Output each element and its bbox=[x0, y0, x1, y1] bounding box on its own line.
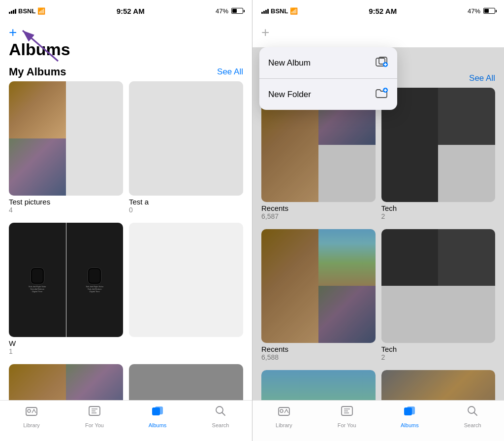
status-left-right: BSNL 📶 bbox=[261, 7, 298, 15]
tab-library-left[interactable]: Library bbox=[14, 405, 49, 428]
tab-label-foryou-right: For You bbox=[338, 422, 356, 428]
new-album-item[interactable]: New Album bbox=[259, 47, 397, 79]
album-thumb-recents-left bbox=[9, 364, 123, 400]
library-icon-right bbox=[278, 405, 290, 421]
svg-point-18 bbox=[280, 409, 283, 412]
tab-search-right[interactable]: Search bbox=[455, 405, 490, 428]
albums-scroll-left[interactable]: Test pictures 4 Test a 0 Sub-dia bbox=[0, 81, 252, 400]
page-title-left: Albums bbox=[9, 40, 243, 59]
wifi-icon: 📶 bbox=[37, 7, 45, 15]
new-folder-label: New Folder bbox=[268, 90, 375, 100]
svg-rect-6 bbox=[155, 407, 163, 414]
album-thumb-test-pictures bbox=[9, 81, 123, 196]
search-icon-left bbox=[214, 405, 227, 421]
add-button-left[interactable]: + bbox=[9, 26, 17, 39]
signal-bar-4 bbox=[15, 9, 16, 14]
time-display: 9:52 AM bbox=[117, 7, 145, 15]
time-display-right: 9:52 AM bbox=[369, 7, 397, 15]
album-thumb-placeholder bbox=[129, 223, 243, 337]
tab-label-library-left: Library bbox=[23, 422, 40, 428]
header-left: + Albums bbox=[0, 22, 252, 61]
foryou-icon-right bbox=[341, 405, 353, 421]
signal-bar-3 bbox=[13, 10, 14, 14]
album-name-test-pictures: Test pictures bbox=[9, 198, 123, 206]
tab-foryou-left[interactable]: For You bbox=[77, 405, 112, 428]
battery-icon bbox=[231, 8, 243, 14]
my-albums-title-left: My Albums bbox=[9, 66, 66, 78]
battery-icon-right bbox=[483, 8, 495, 14]
status-right-right: 47% bbox=[468, 7, 495, 15]
tab-label-search-left: Search bbox=[212, 422, 229, 428]
status-bar-left: BSNL 📶 9:52 AM 47% bbox=[0, 0, 252, 22]
album-thumb-watch: Sub-dial Right SolarSub-dial BottomDigit… bbox=[9, 223, 123, 337]
tab-bar-right: Library For You Albums bbox=[252, 400, 504, 441]
album-count-test-a: 0 bbox=[129, 206, 243, 214]
new-album-label: New Album bbox=[268, 58, 375, 68]
foryou-icon-left bbox=[88, 405, 101, 421]
header-right: + bbox=[252, 22, 504, 42]
tab-label-albums-right: Albums bbox=[401, 422, 419, 428]
album-count-watch: 1 bbox=[9, 347, 123, 355]
carrier-label-right: BSNL bbox=[271, 7, 288, 15]
album-item-tech-left[interactable]: Tech 2 bbox=[129, 364, 243, 400]
svg-rect-21 bbox=[407, 407, 415, 414]
wifi-icon-right: 📶 bbox=[290, 7, 298, 15]
tab-search-left[interactable]: Search bbox=[203, 405, 238, 428]
new-folder-item[interactable]: New Folder bbox=[259, 79, 397, 110]
carrier-label: BSNL bbox=[18, 7, 35, 15]
new-album-icon bbox=[375, 55, 388, 71]
dropdown-menu: New Album New Folder bbox=[259, 47, 397, 110]
status-bar-right: BSNL 📶 9:52 AM 47% bbox=[252, 0, 504, 22]
signal-bars bbox=[9, 8, 16, 14]
tab-foryou-right[interactable]: For You bbox=[330, 405, 364, 428]
signal-bars-right bbox=[261, 8, 269, 14]
status-right: 47% bbox=[216, 7, 243, 15]
tab-bar-left: Library For You Albums bbox=[0, 400, 252, 441]
tab-label-library-right: Library bbox=[276, 422, 292, 428]
status-left: BSNL 📶 bbox=[9, 7, 45, 15]
svg-line-8 bbox=[222, 413, 225, 416]
right-phone-panel: New Album New Folder bbox=[252, 0, 504, 441]
album-thumb-test-a bbox=[129, 81, 243, 196]
svg-point-3 bbox=[28, 409, 31, 412]
tab-label-foryou-left: For You bbox=[85, 422, 104, 428]
library-icon-left bbox=[25, 405, 38, 421]
svg-line-23 bbox=[474, 413, 477, 416]
battery-percent-right: 47% bbox=[468, 7, 480, 15]
album-item-test-a[interactable]: Test a 0 bbox=[129, 81, 243, 214]
search-icon-right bbox=[466, 405, 479, 421]
albums-icon-right bbox=[403, 405, 416, 421]
signal-bar-1 bbox=[9, 12, 10, 14]
tab-library-right[interactable]: Library bbox=[267, 405, 301, 428]
album-thumb-tech-left bbox=[129, 364, 243, 400]
section-header-left: My Albums See All bbox=[0, 61, 252, 81]
album-item-recents-left[interactable]: Recents 6,587 bbox=[9, 364, 123, 400]
tab-albums-left[interactable]: Albums bbox=[140, 405, 175, 428]
album-name-test-a: Test a bbox=[129, 198, 243, 206]
album-item-watch[interactable]: Sub-dial Right SolarSub-dial BottomDigit… bbox=[9, 223, 123, 355]
see-all-left[interactable]: See All bbox=[217, 67, 243, 77]
album-name-watch: W bbox=[9, 339, 123, 347]
album-count-test-pictures: 4 bbox=[9, 206, 123, 214]
new-folder-icon bbox=[375, 86, 388, 102]
battery-percent: 47% bbox=[216, 7, 228, 15]
album-item-placeholder[interactable] bbox=[129, 223, 243, 355]
tab-label-albums-left: Albums bbox=[149, 422, 167, 428]
tab-albums-right[interactable]: Albums bbox=[392, 405, 427, 428]
albums-icon-left bbox=[151, 405, 164, 421]
album-grid-left: Test pictures 4 Test a 0 Sub-dia bbox=[9, 81, 243, 400]
tab-label-search-right: Search bbox=[464, 422, 481, 428]
left-phone-panel: BSNL 📶 9:52 AM 47% + Albums My Albums Se… bbox=[0, 0, 252, 441]
add-button-right[interactable]: + bbox=[261, 26, 269, 39]
album-item-test-pictures[interactable]: Test pictures 4 bbox=[9, 81, 123, 214]
signal-bar-2 bbox=[11, 11, 12, 14]
